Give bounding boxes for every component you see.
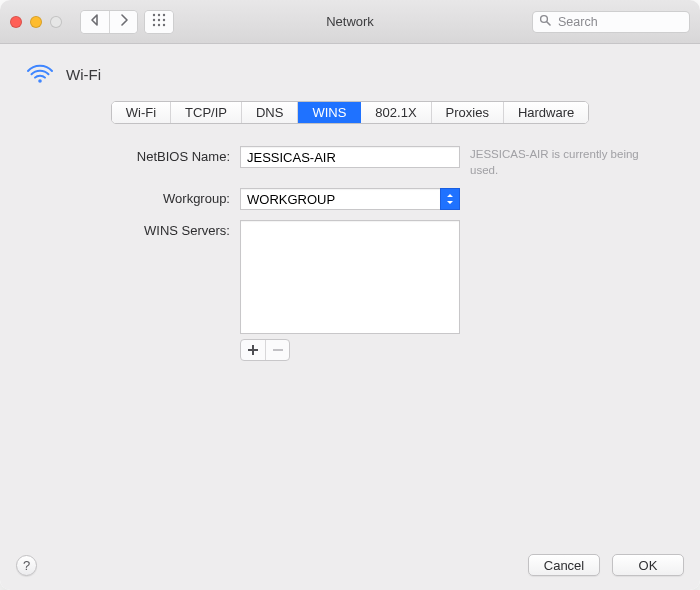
preferences-window: Network Wi-Fi Wi-Fi TCP/IP	[0, 0, 700, 590]
svg-point-8	[163, 24, 165, 26]
workgroup-input[interactable]	[240, 188, 440, 210]
tab-dns[interactable]: DNS	[242, 102, 298, 123]
workgroup-dropdown-button[interactable]	[440, 188, 460, 210]
tabs-container: Wi-Fi TCP/IP DNS WINS 802.1X Proxies Har…	[20, 101, 680, 124]
grid-icon	[152, 13, 166, 30]
minimize-window-button[interactable]	[30, 16, 42, 28]
svg-point-4	[158, 19, 160, 21]
chevron-up-down-icon	[446, 192, 454, 207]
plus-icon	[248, 343, 258, 358]
zoom-window-button[interactable]	[50, 16, 62, 28]
workgroup-combobox[interactable]	[240, 188, 460, 210]
svg-rect-13	[248, 349, 258, 351]
tab-wins[interactable]: WINS	[298, 102, 361, 123]
wins-servers-cell	[240, 220, 460, 361]
chevron-right-icon	[118, 14, 130, 29]
chevron-left-icon	[89, 14, 101, 29]
svg-point-2	[163, 14, 165, 16]
tab-tcpip[interactable]: TCP/IP	[171, 102, 242, 123]
netbios-name-input[interactable]	[240, 146, 460, 168]
tab-proxies[interactable]: Proxies	[432, 102, 504, 123]
cancel-button[interactable]: Cancel	[528, 554, 600, 576]
content-area: Wi-Fi Wi-Fi TCP/IP DNS WINS 802.1X Proxi…	[0, 44, 700, 590]
show-all-button[interactable]	[145, 11, 173, 33]
show-all-segment	[144, 10, 174, 34]
titlebar: Network	[0, 0, 700, 44]
window-controls	[10, 16, 62, 28]
wins-list-controls	[240, 339, 290, 361]
svg-point-7	[158, 24, 160, 26]
minus-icon	[273, 343, 283, 358]
tab-wifi[interactable]: Wi-Fi	[112, 102, 171, 123]
svg-point-11	[38, 79, 42, 83]
wins-servers-label: WINS Servers:	[20, 220, 230, 238]
add-wins-server-button[interactable]	[241, 340, 265, 360]
footer-buttons: Cancel OK	[528, 554, 684, 576]
back-button[interactable]	[81, 11, 109, 33]
nav-segment	[80, 10, 138, 34]
svg-line-10	[547, 22, 550, 25]
svg-point-0	[153, 14, 155, 16]
wins-servers-list[interactable]	[240, 220, 460, 334]
footer: ? Cancel OK	[16, 554, 684, 576]
netbios-name-label: NetBIOS Name:	[20, 146, 230, 164]
svg-point-5	[163, 19, 165, 21]
wifi-icon	[26, 62, 54, 87]
remove-wins-server-button[interactable]	[265, 340, 289, 360]
search-field[interactable]	[532, 11, 690, 33]
workgroup-label: Workgroup:	[20, 188, 230, 206]
tab-8021x[interactable]: 802.1X	[361, 102, 431, 123]
toolbar-nav	[80, 10, 174, 34]
svg-point-3	[153, 19, 155, 21]
service-name: Wi-Fi	[66, 66, 101, 83]
service-header: Wi-Fi	[20, 58, 680, 97]
netbios-hint: JESSICAS-AIR is currently being used.	[470, 146, 680, 178]
forward-button[interactable]	[109, 11, 137, 33]
svg-point-9	[541, 16, 548, 23]
tab-bar: Wi-Fi TCP/IP DNS WINS 802.1X Proxies Har…	[111, 101, 590, 124]
search-input[interactable]	[556, 14, 683, 30]
svg-rect-14	[273, 349, 283, 351]
help-button[interactable]: ?	[16, 555, 37, 576]
search-icon	[539, 14, 551, 29]
wins-form: NetBIOS Name: JESSICAS-AIR is currently …	[20, 146, 680, 361]
svg-point-1	[158, 14, 160, 16]
close-window-button[interactable]	[10, 16, 22, 28]
svg-point-6	[153, 24, 155, 26]
tab-hardware[interactable]: Hardware	[504, 102, 588, 123]
ok-button[interactable]: OK	[612, 554, 684, 576]
